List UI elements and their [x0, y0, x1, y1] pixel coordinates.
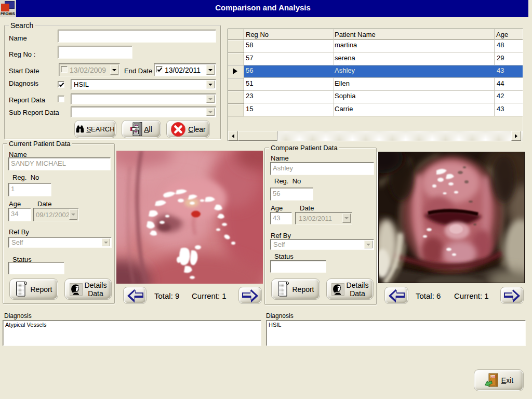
svg-text:EXIT: EXIT — [490, 376, 496, 378]
